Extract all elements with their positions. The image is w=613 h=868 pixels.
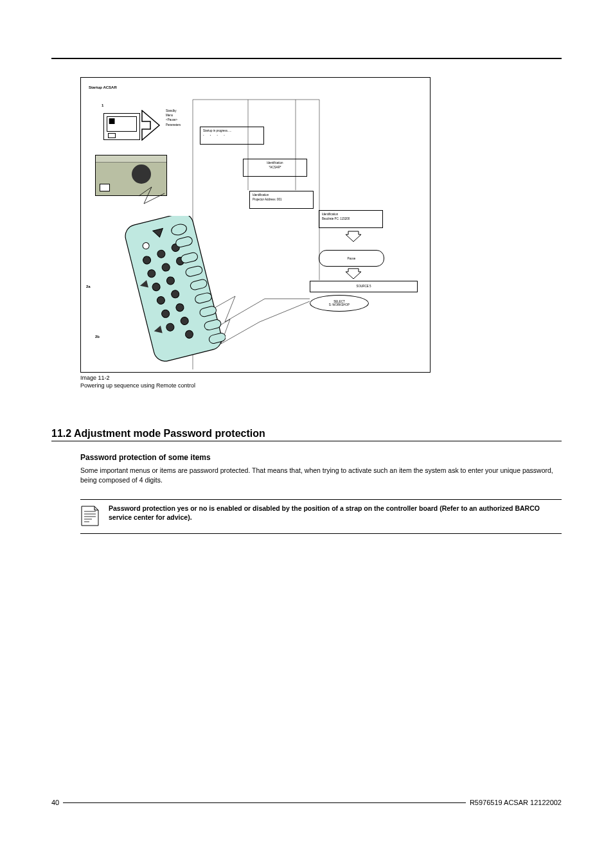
tv-icon [103, 113, 140, 140]
panel-icon [100, 184, 110, 191]
source-l3: S: WORKSHOP [329, 303, 350, 306]
section-title: 11.2 Adjustment mode Password protection [51, 428, 562, 441]
startup-dashes: - - - - [203, 133, 261, 137]
caption-line1: Image 11-2 [80, 375, 562, 382]
ident3-l2: Baudrate PC: 115200 [322, 217, 380, 221]
menu-line4: Parameters [166, 123, 195, 127]
startup-text: Startup in progress..... [203, 128, 261, 133]
lens-icon [132, 164, 151, 184]
tv-stand [108, 133, 116, 138]
screen-source: SOURCE 5 [310, 281, 418, 292]
screen-startup: Startup in progress..... - - - - [200, 127, 264, 145]
source-l1: SOURCE 5 [313, 284, 414, 288]
figure-caption: Image 11-2 Powering up sequence using Re… [80, 375, 562, 389]
page-number: 40 [51, 799, 59, 806]
screen-pause: Pause [319, 250, 384, 267]
ident2-l1: Identification [253, 193, 310, 197]
screen-ident-2: Identification Projector Address: 001 [249, 191, 314, 209]
screen-menu: Standby Menu <Pause> Parameters [163, 107, 198, 142]
ident1-l1: Identification [246, 161, 304, 165]
pause-text: Pause [319, 257, 384, 260]
screen-source-ellipse: SELECT S: WORKSHOP [310, 295, 369, 312]
svg-marker-36 [94, 506, 98, 510]
svg-rect-0 [109, 118, 115, 124]
remote-control-icon [123, 216, 226, 364]
note-icon [80, 504, 100, 529]
ident1-l2: *ACSAR* [246, 165, 304, 170]
callout-1: 1 [102, 103, 103, 107]
menu-line2: Menu [166, 113, 195, 118]
ident3-l1: Identification [322, 212, 380, 217]
screen-ident-3: Identification Baudrate PC: 115200 [319, 210, 383, 228]
body-text: Some important menus or items are passwo… [80, 466, 562, 484]
page: Startup ACSAR 1 2a 2b 3 Standby Menu <Pa… [0, 0, 613, 868]
callout-2a: 2a [86, 285, 91, 288]
note-block: Password protection yes or no is enabled… [80, 499, 562, 534]
arrow-down-icon-2 [346, 268, 361, 279]
footer: 40 R5976519 ACSAR 12122002 [51, 799, 562, 806]
tv-screen [107, 116, 137, 132]
big-arrow-icon [141, 110, 161, 141]
callout-2b: 2b [95, 335, 100, 339]
figure-startup-acsar: Startup ACSAR 1 2a 2b 3 Standby Menu <Pa… [80, 77, 431, 373]
top-rule [51, 58, 562, 59]
screen-ident-1: Identification *ACSAR* [243, 159, 307, 177]
svg-rect-6 [123, 216, 224, 364]
doc-id: R5976519 ACSAR 12122002 [470, 799, 562, 806]
note-text: Password protection yes or no is enabled… [109, 504, 562, 522]
projector-icon [95, 155, 167, 196]
menu-line3: <Pause> [166, 118, 195, 122]
ident2-l2: Projector Address: 001 [253, 197, 310, 202]
caption-line2: Powering up sequence using Remote contro… [80, 382, 562, 390]
footer-rule [63, 802, 466, 803]
arrow-down-icon [346, 231, 361, 242]
figure-title: Startup ACSAR [89, 85, 117, 89]
sub-title: Password protection of some items [80, 453, 562, 462]
menu-line1: Standby [166, 109, 195, 113]
